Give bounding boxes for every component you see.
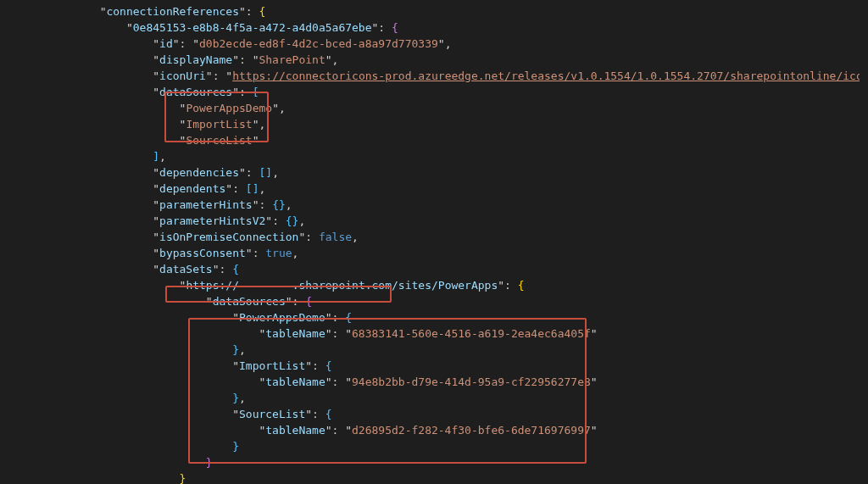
code-line: } [47, 454, 868, 470]
code-line: } [47, 470, 868, 484]
code-line: "tableName": "94e8b2bb-d79e-414d-95a9-cf… [47, 374, 868, 390]
minimap[interactable] [860, 0, 868, 484]
code-editor[interactable]: "connectionReferences": { "0e845153-e8b8… [47, 0, 868, 484]
code-line: "ImportList": { [47, 358, 868, 374]
code-line: "tableName": "d26895d2-f282-4f30-bfe6-6d… [47, 422, 868, 438]
code-line: }, [47, 390, 868, 406]
code-line: "dependents": [], [47, 181, 868, 197]
code-line: "parameterHintsV2": {}, [47, 213, 868, 229]
code-line: "PowerAppsDemo", [47, 100, 868, 116]
code-line: "isOnPremiseConnection": false, [47, 229, 868, 245]
code-line: "ImportList", [47, 116, 868, 132]
code-line: "PowerAppsDemo": { [47, 309, 868, 325]
code-line: "0e845153-e8b8-4f5a-a472-a4d0a5a67ebe": … [47, 19, 868, 36]
code-line: "connectionReferences": { [47, 3, 868, 19]
code-line: "parameterHints": {}, [47, 197, 868, 213]
code-line: "dependencies": [], [47, 164, 868, 181]
code-line: "dataSets": { [47, 261, 868, 277]
code-line: "tableName": "68383141-560e-4516-a619-2e… [47, 325, 868, 342]
code-line: } [47, 438, 868, 454]
code-line: "id": "d0b2ecde-ed8f-4d2c-bced-a8a97d770… [47, 36, 868, 52]
code-line: "dataSources": [ [47, 84, 868, 100]
code-line: }, [47, 342, 868, 358]
code-line: "bypassConsent": true, [47, 245, 868, 261]
code-line: "SourceList" [47, 132, 868, 148]
code-line: "dataSources": { [47, 293, 868, 309]
line-gutter [0, 0, 47, 484]
code-line: ], [47, 148, 868, 164]
code-line: "displayName": "SharePoint", [47, 52, 868, 68]
code-line: "https://xxxxxxxx.sharepoint.com/sites/P… [47, 277, 868, 293]
code-line: "iconUri": "https://connectoricons-prod.… [47, 68, 868, 84]
code-line: "SourceList": { [47, 406, 868, 422]
